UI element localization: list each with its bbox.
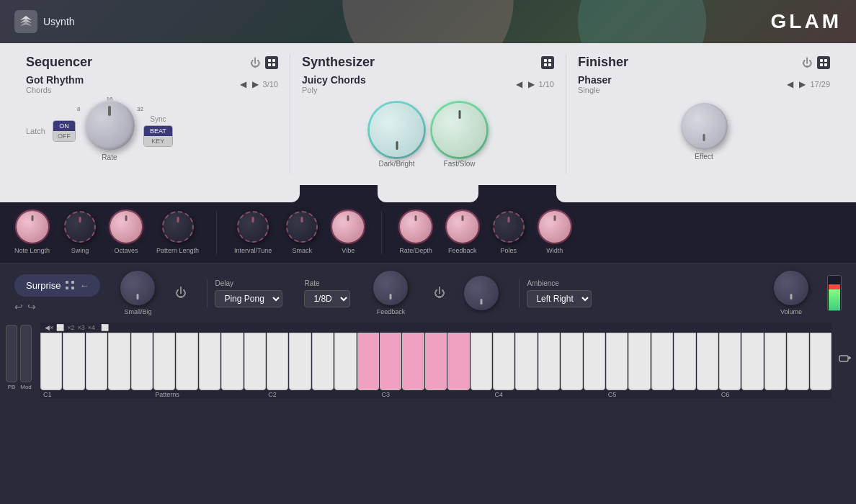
poles-knob[interactable] [493,211,525,243]
white-key-active[interactable] [425,333,447,390]
dark-divider-1 [216,211,217,254]
delay-feedback-knob[interactable] [373,271,408,305]
interval-tune-knob[interactable] [237,211,269,243]
mod-strip[interactable] [20,325,32,382]
finisher-power-btn[interactable]: ⏻ [801,57,813,68]
white-key[interactable] [606,333,628,390]
white-key[interactable] [651,333,673,390]
white-key[interactable] [108,333,130,390]
loop-icon[interactable]: ⬜ [56,324,64,331]
sequencer-grid-btn[interactable] [265,56,278,69]
effect-knob[interactable] [681,103,728,150]
white-key[interactable] [741,333,763,390]
ambience-label: Ambience [527,279,592,287]
white-key[interactable] [764,333,786,390]
white-key-active[interactable] [447,333,469,390]
sync-beat: BEAT [144,126,172,136]
synthesizer-controls [541,56,554,69]
latch-switch[interactable]: ON OFF [53,120,76,142]
small-big-knob[interactable] [120,271,155,305]
white-key[interactable] [40,333,62,390]
white-key[interactable] [584,333,605,390]
delay-type-select[interactable]: Ping Pong [215,290,282,307]
synthesizer-count: 1/10 [539,80,554,89]
sync-key: KEY [144,136,172,146]
white-key[interactable] [719,333,741,390]
white-key[interactable] [334,333,356,390]
feedback-knob[interactable] [447,211,478,243]
white-key[interactable] [312,333,334,390]
rate-depth-label: Rate/Depth [399,247,432,254]
white-key[interactable] [289,333,311,390]
ambience-power-btn[interactable]: ⏻ [434,287,445,300]
white-key[interactable] [63,333,84,390]
sequencer-power-btn[interactable]: ⏻ [249,57,261,68]
synthesizer-grid-btn[interactable] [541,56,554,69]
white-key-active[interactable] [380,333,401,390]
ambience-type-select[interactable]: Left Right [527,290,592,307]
ambience-section: Ambience Left Right [519,279,592,307]
sequencer-prev[interactable]: ◀ [238,78,248,91]
note-length-label: Note Length [14,247,50,254]
dark-bright-knob[interactable] [370,103,424,157]
redo-button[interactable]: ↪ [27,301,36,312]
latch-area: Latch ON OFF [26,120,76,142]
keyboard-settings-icon[interactable] [834,323,856,395]
dark-divider-2 [381,211,382,254]
pattern-length-knob[interactable] [162,211,194,243]
octaves-knob[interactable] [110,211,142,243]
finisher-grid-btn[interactable] [817,56,830,69]
fast-slow-knob[interactable] [432,103,486,157]
white-key-active[interactable] [402,333,424,390]
delay-power-btn[interactable]: ⏻ [175,287,187,300]
finisher-prev[interactable]: ◀ [785,78,795,91]
rate-select[interactable]: 1/8D [304,290,350,307]
volume-knob[interactable] [774,271,808,305]
white-key[interactable] [131,333,153,390]
white-key[interactable] [493,333,514,390]
main-container: Usynth GLAM Sequencer ⏻ Got Rhythm Chord… [0,0,856,504]
smack-knob[interactable] [286,211,318,243]
rate-depth-knob[interactable] [400,211,432,243]
white-key[interactable] [267,333,288,390]
undo-button[interactable]: ↩ [14,301,23,312]
finisher-section: Finisher ⏻ Phaser Single ◀ ▶ 17/29 [566,55,842,174]
white-key[interactable] [153,333,175,390]
white-key[interactable] [628,333,650,390]
white-key[interactable] [515,333,537,390]
vol-meter-red [829,284,840,289]
pb-mod-area: PB Mod [0,323,37,395]
midi-icon[interactable]: ◀× [45,324,53,331]
note-length-knob[interactable] [17,211,48,243]
finisher-preset: Phaser [578,74,612,86]
synthesizer-next[interactable]: ▶ [527,78,536,91]
finisher-next[interactable]: ▶ [798,78,807,91]
sequencer-next[interactable]: ▶ [251,78,260,91]
white-key[interactable] [199,333,220,390]
white-key[interactable] [176,333,197,390]
ambience-knob[interactable] [464,276,499,310]
white-key[interactable] [86,333,107,390]
sync-switch[interactable]: BEAT KEY [143,125,173,147]
white-key[interactable] [787,333,808,390]
synthesizer-prev[interactable]: ◀ [514,78,524,91]
white-key[interactable] [810,333,832,390]
vibe-knob[interactable] [332,211,364,243]
pattern-length-wrap: Pattern Length [156,211,199,254]
white-key[interactable] [561,333,582,390]
white-key[interactable] [244,333,266,390]
white-key-active[interactable] [357,333,379,390]
patterns-label: Patterns [153,391,265,398]
sync-label: Sync [150,115,166,123]
white-key[interactable] [697,333,718,390]
svg-rect-11 [824,63,827,66]
swing-knob[interactable] [64,211,96,243]
surprise-button[interactable]: Surprise ← [14,274,100,297]
width-knob[interactable] [539,211,571,243]
white-key[interactable] [471,333,492,390]
white-key[interactable] [674,333,695,390]
pb-strip[interactable] [6,325,17,382]
white-key[interactable] [538,333,560,390]
rate-knob[interactable] [84,100,135,150]
white-key[interactable] [221,333,243,390]
